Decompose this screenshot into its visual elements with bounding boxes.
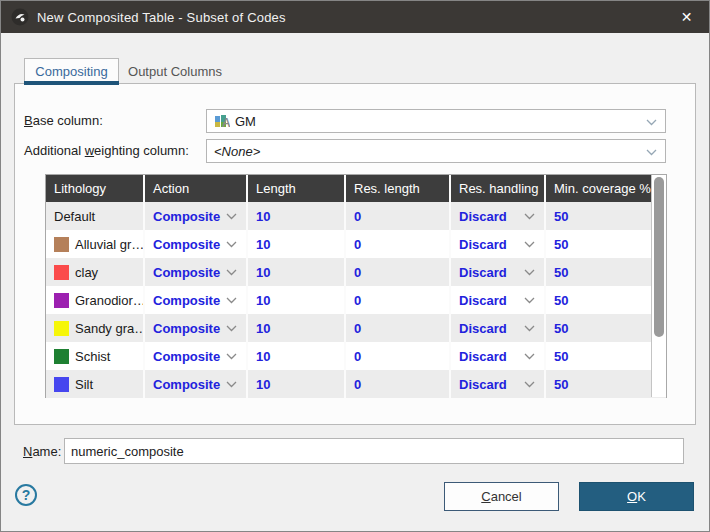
min-coverage-cell[interactable]: 50 bbox=[546, 370, 651, 398]
res-handling-select[interactable]: Discard bbox=[451, 258, 546, 286]
length-cell[interactable]: 10 bbox=[248, 286, 346, 314]
action-select[interactable]: Composite bbox=[145, 202, 248, 230]
numeric-column-icon: A bbox=[214, 113, 230, 129]
lithology-label: Granodior… bbox=[75, 293, 145, 308]
column-header-res-handling: Res. handling bbox=[451, 175, 546, 202]
action-select[interactable]: Composite bbox=[145, 370, 248, 398]
compositing-tab-page: Base column: A GM Additional weighting c… bbox=[14, 83, 696, 425]
action-select[interactable]: Composite bbox=[145, 314, 248, 342]
lithology-cell: Default bbox=[46, 202, 145, 230]
chevron-down-icon bbox=[524, 241, 535, 248]
res-handling-select[interactable]: Discard bbox=[451, 314, 546, 342]
chevron-down-icon bbox=[524, 381, 535, 388]
chevron-down-icon bbox=[524, 297, 535, 304]
lithology-cell: clay bbox=[46, 258, 145, 286]
base-column-select[interactable]: A GM bbox=[206, 109, 666, 133]
res-length-cell[interactable]: 0 bbox=[346, 258, 451, 286]
chevron-down-icon bbox=[226, 213, 237, 220]
table-row: Sandy gra…Composite100Discard50 bbox=[46, 314, 666, 342]
help-icon[interactable]: ? bbox=[15, 484, 37, 506]
min-coverage-cell[interactable]: 50 bbox=[546, 342, 651, 370]
action-select[interactable]: Composite bbox=[145, 286, 248, 314]
lithology-cell: Schist bbox=[46, 342, 145, 370]
table-row: clayComposite100Discard50 bbox=[46, 258, 666, 286]
length-cell[interactable]: 10 bbox=[248, 258, 346, 286]
length-cell[interactable]: 10 bbox=[248, 370, 346, 398]
lithology-label: Alluvial gr… bbox=[75, 237, 144, 252]
table-header-row: Lithology Action Length Res. length Res.… bbox=[46, 175, 666, 202]
new-composited-table-dialog: New Composited Table - Subset of Codes ✕… bbox=[0, 0, 710, 532]
res-length-cell[interactable]: 0 bbox=[346, 230, 451, 258]
length-cell[interactable]: 10 bbox=[248, 202, 346, 230]
min-coverage-cell[interactable]: 50 bbox=[546, 286, 651, 314]
chevron-down-icon bbox=[524, 269, 535, 276]
action-select[interactable]: Composite bbox=[145, 342, 248, 370]
chevron-down-icon bbox=[524, 325, 535, 332]
svg-text:A: A bbox=[222, 116, 230, 129]
base-column-value: GM bbox=[235, 114, 256, 129]
lithology-color-swatch bbox=[54, 293, 69, 308]
lithology-cell: Alluvial gr… bbox=[46, 230, 145, 258]
base-column-label: Base column: bbox=[24, 113, 103, 128]
res-length-cell[interactable]: 0 bbox=[346, 286, 451, 314]
lithology-color-swatch bbox=[54, 265, 69, 280]
chevron-down-icon bbox=[226, 269, 237, 276]
lithology-color-swatch bbox=[54, 237, 69, 252]
cancel-button[interactable]: Cancel bbox=[444, 482, 559, 511]
chevron-down-icon bbox=[226, 297, 237, 304]
lithology-label: Silt bbox=[75, 377, 93, 392]
weighting-column-label: Additional weighting column: bbox=[24, 143, 189, 158]
chevron-down-icon bbox=[524, 213, 535, 220]
weighting-column-value: <None> bbox=[214, 144, 260, 159]
compositing-table: Lithology Action Length Res. length Res.… bbox=[45, 174, 667, 398]
close-icon[interactable]: ✕ bbox=[664, 1, 709, 33]
res-handling-select[interactable]: Discard bbox=[451, 286, 546, 314]
column-header-lithology: Lithology bbox=[46, 175, 145, 202]
table-row: SiltComposite100Discard50 bbox=[46, 370, 666, 398]
length-cell[interactable]: 10 bbox=[248, 342, 346, 370]
min-coverage-cell[interactable]: 50 bbox=[546, 314, 651, 342]
tab-output-columns[interactable]: Output Columns bbox=[119, 58, 231, 84]
min-coverage-cell[interactable]: 50 bbox=[546, 230, 651, 258]
res-handling-select[interactable]: Discard bbox=[451, 342, 546, 370]
action-select[interactable]: Composite bbox=[145, 258, 248, 286]
lithology-color-swatch bbox=[54, 349, 69, 364]
column-header-action: Action bbox=[145, 175, 248, 202]
res-length-cell[interactable]: 0 bbox=[346, 370, 451, 398]
res-handling-select[interactable]: Discard bbox=[451, 230, 546, 258]
weighting-column-select[interactable]: <None> bbox=[206, 139, 666, 163]
table-row: Alluvial gr…Composite100Discard50 bbox=[46, 230, 666, 258]
active-tab-underline bbox=[24, 81, 119, 85]
column-header-res-length: Res. length bbox=[346, 175, 451, 202]
table-scrollbar[interactable] bbox=[651, 175, 666, 397]
lithology-color-swatch bbox=[54, 321, 69, 336]
title-bar: New Composited Table - Subset of Codes ✕ bbox=[1, 1, 709, 33]
lithology-label: Schist bbox=[75, 349, 110, 364]
name-label: Name: bbox=[23, 444, 61, 459]
table-row: DefaultComposite100Discard50 bbox=[46, 202, 666, 230]
name-input[interactable] bbox=[64, 438, 684, 464]
column-header-length: Length bbox=[248, 175, 346, 202]
scrollbar-thumb[interactable] bbox=[654, 177, 664, 337]
chevron-down-icon bbox=[646, 119, 657, 126]
length-cell[interactable]: 10 bbox=[248, 230, 346, 258]
chevron-down-icon bbox=[646, 149, 657, 156]
min-coverage-cell[interactable]: 50 bbox=[546, 202, 651, 230]
window-title: New Composited Table - Subset of Codes bbox=[37, 10, 286, 25]
chevron-down-icon bbox=[524, 353, 535, 360]
res-length-cell[interactable]: 0 bbox=[346, 202, 451, 230]
lithology-cell: Granodior… bbox=[46, 286, 145, 314]
lithology-label: clay bbox=[75, 265, 98, 280]
app-icon bbox=[11, 8, 29, 26]
res-handling-select[interactable]: Discard bbox=[451, 202, 546, 230]
res-length-cell[interactable]: 0 bbox=[346, 342, 451, 370]
min-coverage-cell[interactable]: 50 bbox=[546, 258, 651, 286]
length-cell[interactable]: 10 bbox=[248, 314, 346, 342]
res-handling-select[interactable]: Discard bbox=[451, 370, 546, 398]
action-select[interactable]: Composite bbox=[145, 230, 248, 258]
lithology-label: Default bbox=[54, 209, 95, 224]
chevron-down-icon bbox=[226, 241, 237, 248]
ok-button[interactable]: OK bbox=[579, 482, 694, 511]
lithology-color-swatch bbox=[54, 377, 69, 392]
res-length-cell[interactable]: 0 bbox=[346, 314, 451, 342]
